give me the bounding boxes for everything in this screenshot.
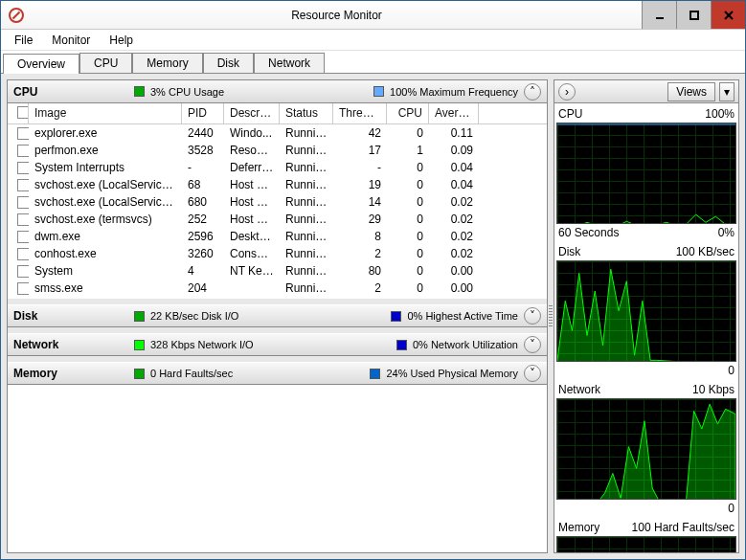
process-list[interactable]: explorer.exe2440Windo...Running4200.11pe… — [8, 124, 547, 299]
network-title: Network — [13, 338, 128, 351]
table-row[interactable]: conhost.exe3260Consol...Running200.02 — [8, 245, 547, 262]
memory-used-swatch — [370, 369, 380, 379]
cell-description: Resour... — [224, 144, 280, 157]
memory-graph-max: 100 Hard Faults/sec — [632, 521, 735, 534]
cell-pid: - — [182, 161, 224, 174]
column-threads[interactable]: Threads — [333, 103, 387, 123]
graphs-collapse-button[interactable]: › — [558, 83, 576, 101]
cell-status: Running — [280, 213, 333, 226]
column-cpu[interactable]: CPU — [387, 103, 429, 123]
column-header-row: Image PID Descrip... Status Threads CPU … — [8, 103, 547, 124]
cell-image: System Interrupts — [29, 161, 182, 174]
cell-average: 0.02 — [429, 230, 479, 243]
column-image[interactable]: Image — [29, 103, 182, 123]
cell-cpu: 0 — [387, 281, 429, 295]
table-row[interactable]: explorer.exe2440Windo...Running4200.11 — [8, 124, 547, 142]
cell-image: svchost.exe (LocalServiceNet... — [29, 195, 182, 209]
splitter-grip-icon — [549, 305, 553, 328]
network-section-header[interactable]: Network 328 Kbps Network I/O 0% Network … — [8, 333, 547, 356]
cell-average: 0.02 — [429, 195, 479, 209]
row-checkbox[interactable] — [17, 127, 29, 140]
table-row[interactable]: dwm.exe2596Deskto...Running800.02 — [8, 228, 547, 245]
row-checkbox[interactable] — [17, 282, 29, 295]
tab-memory[interactable]: Memory — [132, 53, 202, 73]
cell-cpu: 0 — [387, 247, 429, 260]
column-status[interactable]: Status — [280, 103, 333, 123]
disk-title: Disk — [13, 309, 128, 323]
cell-average: 0.02 — [429, 213, 479, 226]
row-checkbox[interactable] — [17, 179, 29, 191]
memory-graph — [556, 536, 736, 552]
table-row[interactable]: svchost.exe (LocalServiceNo...68Host Pr.… — [8, 176, 547, 193]
network-util-label: 0% Network Utilization — [413, 339, 518, 350]
menu-help[interactable]: Help — [100, 32, 143, 49]
cell-description: Deskto... — [224, 230, 280, 243]
memory-section-header[interactable]: Memory 0 Hard Faults/sec 24% Used Physic… — [8, 362, 547, 385]
cpu-usage-label: 3% CPU Usage — [150, 86, 224, 98]
graphs-container[interactable]: CPU100% 60 Seconds0% Disk100 KB/sec — [554, 103, 738, 552]
minimize-button[interactable] — [642, 1, 676, 29]
row-checkbox[interactable] — [17, 213, 29, 226]
table-row[interactable]: svchost.exe (termsvcs)252Host Pr...Runni… — [8, 211, 547, 228]
network-graph-block: Network10 Kbps 0 — [556, 383, 736, 515]
chevron-right-icon: › — [565, 85, 569, 99]
column-checkbox[interactable] — [8, 103, 29, 123]
cell-description: Deferre... — [224, 161, 280, 174]
table-row[interactable]: smss.exe204Running200.00 — [8, 280, 547, 297]
column-average[interactable]: Averag... — [429, 103, 479, 123]
table-row[interactable]: System Interrupts-Deferre...Running-00.0… — [8, 159, 547, 176]
chevron-down-icon: ˅ — [530, 309, 535, 323]
disk-section-header[interactable]: Disk 22 KB/sec Disk I/O 0% Highest Activ… — [8, 304, 547, 327]
close-button[interactable] — [711, 1, 745, 29]
disk-graph — [556, 260, 736, 362]
views-button[interactable]: Views — [667, 82, 715, 101]
row-checkbox[interactable] — [17, 231, 29, 243]
row-checkbox[interactable] — [17, 265, 29, 278]
row-checkbox[interactable] — [17, 248, 29, 260]
cell-pid: 204 — [182, 281, 224, 295]
row-checkbox[interactable] — [17, 162, 29, 174]
cpu-section-header[interactable]: CPU 3% CPU Usage 100% Maximum Frequency … — [8, 80, 547, 103]
cpu-graph — [556, 123, 736, 224]
maximize-button[interactable] — [676, 1, 711, 29]
cell-cpu: 0 — [387, 161, 429, 174]
column-description[interactable]: Descrip... — [224, 103, 280, 123]
cell-cpu: 0 — [387, 264, 429, 278]
cell-cpu: 0 — [387, 230, 429, 243]
column-pid[interactable]: PID — [182, 103, 224, 123]
checkbox-all[interactable] — [17, 106, 29, 119]
cell-description: Host Pr... — [224, 213, 280, 226]
network-expand-button[interactable]: ˅ — [524, 336, 541, 353]
cell-status: Running — [280, 161, 333, 174]
network-graph-max: 10 Kbps — [692, 383, 735, 396]
content-area: CPU 3% CPU Usage 100% Maximum Frequency … — [1, 74, 745, 559]
titlebar[interactable]: Resource Monitor — [1, 1, 745, 30]
menu-monitor[interactable]: Monitor — [42, 32, 100, 49]
memory-title: Memory — [13, 367, 128, 380]
cell-threads: 2 — [333, 247, 387, 260]
cell-pid: 3260 — [182, 247, 224, 260]
disk-io-label: 22 KB/sec Disk I/O — [150, 310, 238, 322]
cpu-collapse-button[interactable]: ˄ — [524, 83, 541, 101]
table-row[interactable]: System4NT Ker...Running8000.00 — [8, 262, 547, 280]
table-row[interactable]: svchost.exe (LocalServiceNet...680Host P… — [8, 193, 547, 211]
cell-status: Running — [280, 195, 333, 209]
cell-pid: 68 — [182, 178, 224, 191]
table-row[interactable]: perfmon.exe3528Resour...Running1710.09 — [8, 142, 547, 159]
tab-network[interactable]: Network — [254, 53, 325, 73]
tab-cpu[interactable]: CPU — [79, 53, 132, 73]
cell-status: Running — [280, 281, 333, 295]
cell-status: Running — [280, 230, 333, 243]
cell-threads: 80 — [333, 264, 387, 278]
row-checkbox[interactable] — [17, 196, 29, 209]
cell-average: 0.00 — [429, 264, 479, 278]
memory-expand-button[interactable]: ˅ — [524, 365, 541, 382]
tab-disk[interactable]: Disk — [203, 53, 254, 73]
tab-overview[interactable]: Overview — [3, 54, 79, 74]
menu-file[interactable]: File — [5, 32, 42, 49]
disk-expand-button[interactable]: ˅ — [524, 307, 541, 325]
cell-status: Running — [280, 178, 333, 191]
views-dropdown-button[interactable]: ▾ — [719, 82, 735, 101]
network-io-label: 328 Kbps Network I/O — [150, 339, 254, 350]
row-checkbox[interactable] — [17, 145, 29, 157]
